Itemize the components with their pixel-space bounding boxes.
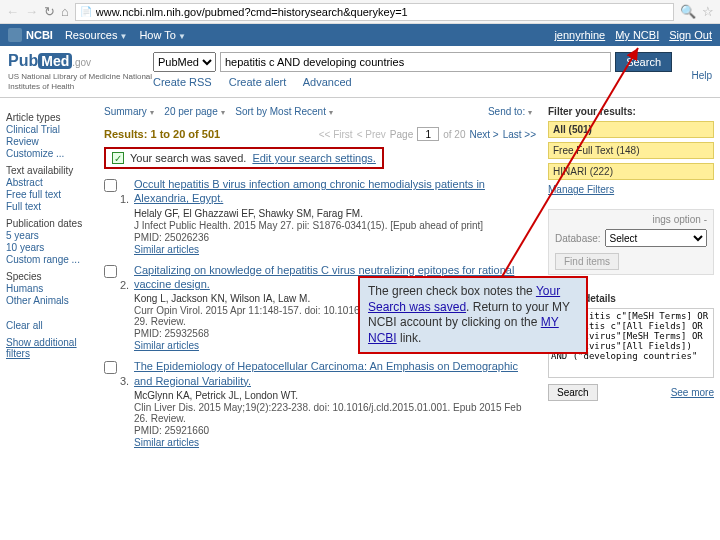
ncbi-logo-icon xyxy=(8,28,22,42)
menu-resources-label: Resources xyxy=(65,29,118,41)
pager-last[interactable]: Last >> xyxy=(503,129,536,140)
db-select[interactable]: Select xyxy=(605,229,707,247)
signout-link[interactable]: Sign Out xyxy=(669,29,712,41)
logo-subtitle: US National Library of Medicine National… xyxy=(8,72,153,91)
search-sublinks: Create RSS Create alert Advanced xyxy=(153,76,672,88)
summary-dropdown[interactable]: Summary ▾ xyxy=(104,106,154,117)
filter-option[interactable]: Customize ... xyxy=(6,148,94,159)
filter-option[interactable]: Free full text xyxy=(6,189,94,200)
page-icon: 📄 xyxy=(80,6,92,17)
chevron-down-icon: ▼ xyxy=(178,32,186,41)
menu-howto[interactable]: How To▼ xyxy=(139,29,185,41)
my-ncbi-link[interactable]: My NCBI xyxy=(615,29,659,41)
result-title-link[interactable]: Occult hepatitis B virus infection among… xyxy=(134,177,536,206)
neighbor-panel: ings option - Database: Select Find item… xyxy=(548,209,714,275)
bookmark-star-icon[interactable]: ☆ xyxy=(702,4,714,19)
filter-group: Publication dates 5 years 10 years Custo… xyxy=(6,218,94,265)
filter-hinari[interactable]: HINARI (222) xyxy=(548,163,714,180)
user-link[interactable]: jennyrhine xyxy=(554,29,605,41)
result-checkbox[interactable] xyxy=(104,361,117,374)
filter-all[interactable]: All (501) xyxy=(548,121,714,138)
sort-dropdown[interactable]: Sort by Most Recent ▾ xyxy=(235,106,332,117)
similar-articles-link[interactable]: Similar articles xyxy=(134,244,536,255)
filter-option[interactable]: Full text xyxy=(6,201,94,212)
filter-freefulltext[interactable]: Free Full Text (148) xyxy=(548,142,714,159)
forward-icon[interactable]: → xyxy=(25,4,38,19)
annotation-callout: The green check box notes the Your Searc… xyxy=(358,276,588,354)
chevron-down-icon: ▾ xyxy=(150,108,154,117)
search-saved-notice: ✓ Your search was saved. Edit your searc… xyxy=(104,147,384,169)
ncbi-top-bar: NCBI Resources▼ How To▼ jennyrhine My NC… xyxy=(0,24,720,46)
back-icon[interactable]: ← xyxy=(6,4,19,19)
similar-articles-link[interactable]: Similar articles xyxy=(134,437,536,448)
zoom-icon[interactable]: 🔍 xyxy=(680,4,696,19)
pager-page-label: Page xyxy=(390,129,413,140)
filter-option[interactable]: Custom range ... xyxy=(6,254,94,265)
filter-group-title: Publication dates xyxy=(6,218,94,229)
filter-group-title: Article types xyxy=(6,112,94,123)
search-input[interactable] xyxy=(220,52,611,72)
url-bar[interactable]: 📄 xyxy=(75,3,674,21)
filter-option[interactable]: 5 years xyxy=(6,230,94,241)
database-select[interactable]: PubMed xyxy=(153,52,216,72)
ncbi-brand[interactable]: NCBI xyxy=(8,28,53,42)
chevron-down-icon: ▼ xyxy=(119,32,127,41)
edit-search-settings-link[interactable]: Edit your search settings. xyxy=(252,152,376,164)
filter-group-title: Species xyxy=(6,271,94,282)
sendto-dropdown[interactable]: Send to: ▾ xyxy=(488,106,532,117)
result-number: 2. xyxy=(120,263,134,352)
chevron-down-icon: ▾ xyxy=(528,108,532,117)
result-item: 1.Occult hepatitis B virus infection amo… xyxy=(104,177,536,255)
filter-option[interactable]: 10 years xyxy=(6,242,94,253)
create-alert-link[interactable]: Create alert xyxy=(229,76,286,88)
clear-all-link[interactable]: Clear all xyxy=(6,320,94,331)
pager: << First < Prev Page of 20 Next > Last >… xyxy=(319,127,536,141)
pager-next[interactable]: Next > xyxy=(469,129,498,140)
callout-text: The green check box notes the xyxy=(368,284,536,298)
browser-chrome: ← → ↻ ⌂ 📄 🔍 ☆ xyxy=(0,0,720,24)
create-rss-link[interactable]: Create RSS xyxy=(153,76,212,88)
filter-option[interactable]: Abstract xyxy=(6,177,94,188)
filter-option[interactable]: Humans xyxy=(6,283,94,294)
saved-message: Your search was saved. xyxy=(130,152,246,164)
advanced-link[interactable]: Advanced xyxy=(303,76,352,88)
filter-group-title: Text availability xyxy=(6,165,94,176)
logo-med: Med xyxy=(38,53,72,69)
result-checkbox[interactable] xyxy=(104,179,117,192)
pager-of: of 20 xyxy=(443,129,465,140)
filter-group: Text availability Abstract Free full tex… xyxy=(6,165,94,212)
pager-first: << First xyxy=(319,129,353,140)
filter-option[interactable]: Clinical Trial xyxy=(6,124,94,135)
result-citation: J Infect Public Health. 2015 May 27. pii… xyxy=(134,220,536,231)
pager-page-input[interactable] xyxy=(417,127,439,141)
results-toolbar: Summary ▾ 20 per page ▾ Sort by Most Rec… xyxy=(104,106,536,117)
filter-option[interactable]: Review xyxy=(6,136,94,147)
result-checkbox[interactable] xyxy=(104,265,117,278)
pubmed-logo[interactable]: PubMed.gov xyxy=(8,52,153,70)
show-additional-filters-link[interactable]: Show additional filters xyxy=(6,337,94,359)
ngs-hint: ings option - xyxy=(555,214,707,225)
result-authors: Helaly GF, El Ghazzawi EF, Shawky SM, Fa… xyxy=(134,208,536,219)
callout-text: link. xyxy=(397,331,422,345)
see-more-link[interactable]: See more xyxy=(671,387,714,398)
pager-prev: < Prev xyxy=(357,129,386,140)
result-title-link[interactable]: The Epidemiology of Hepatocellular Carci… xyxy=(134,359,536,388)
pubmed-logo-block: PubMed.gov US National Library of Medici… xyxy=(8,52,153,91)
manage-filters-link[interactable]: Manage Filters xyxy=(548,184,714,195)
perpage-dropdown[interactable]: 20 per page ▾ xyxy=(164,106,224,117)
search-details-search-button[interactable]: Search xyxy=(548,384,598,401)
filter-group: Article types Clinical Trial Review Cust… xyxy=(6,112,94,159)
result-pmid: PMID: 25026236 xyxy=(134,232,536,243)
home-icon[interactable]: ⌂ xyxy=(61,4,69,19)
result-authors: McGlynn KA, Petrick JL, London WT. xyxy=(134,390,536,401)
url-input[interactable] xyxy=(96,6,669,18)
menu-resources[interactable]: Resources▼ xyxy=(65,29,128,41)
help-link[interactable]: Help xyxy=(672,52,712,81)
find-items-button[interactable]: Find items xyxy=(555,253,619,270)
logo-pub: Pub xyxy=(8,52,38,69)
filter-option[interactable]: Other Animals xyxy=(6,295,94,306)
search-button[interactable]: Search xyxy=(615,52,672,72)
left-filters: Article types Clinical Trial Review Cust… xyxy=(0,98,100,456)
logo-gov: .gov xyxy=(72,57,91,68)
reload-icon[interactable]: ↻ xyxy=(44,4,55,19)
